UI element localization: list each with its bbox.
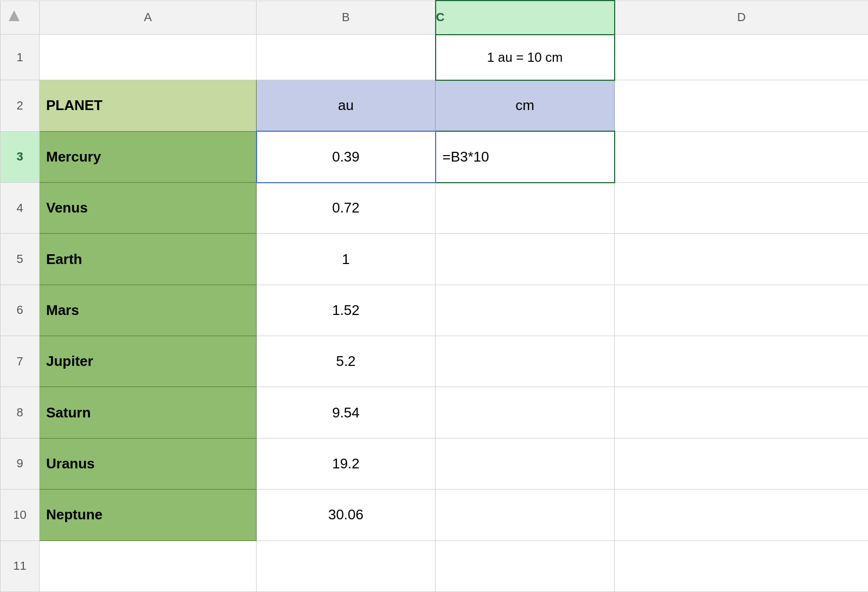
cell-b3[interactable]: 0.39 [257, 131, 436, 182]
cell-a6[interactable]: Mars [40, 285, 257, 336]
cell-a11[interactable] [40, 540, 257, 591]
cell-b1[interactable] [257, 35, 436, 80]
row-num-2: 2 [1, 80, 40, 131]
cell-c8[interactable] [436, 387, 615, 438]
cell-b4[interactable]: 0.72 [257, 183, 436, 234]
cell-b2[interactable]: au [257, 80, 436, 131]
cell-a8[interactable]: Saturn [40, 387, 257, 438]
cell-b10[interactable]: 30.06 [257, 490, 436, 540]
spreadsheet: A B C D 1 1 au = 10 cm 2 PLANET au cm 3 … [0, 0, 868, 592]
cell-d2[interactable] [615, 80, 869, 131]
row-num-5: 5 [1, 234, 40, 285]
cell-a1[interactable] [40, 35, 257, 80]
cell-d9[interactable] [615, 438, 869, 489]
cell-c5[interactable] [436, 234, 615, 285]
cell-c7[interactable] [436, 336, 615, 387]
cell-b9[interactable]: 19.2 [257, 438, 436, 489]
cell-c10[interactable] [436, 490, 615, 540]
row-num-7: 7 [1, 336, 40, 387]
cell-a5[interactable]: Earth [40, 234, 257, 285]
row-num-3: 3 [1, 131, 40, 182]
row-num-10: 10 [1, 490, 40, 540]
col-header-c[interactable]: C [436, 1, 615, 35]
cell-c1[interactable]: 1 au = 10 cm [436, 35, 615, 80]
col-header-a[interactable]: A [40, 1, 257, 35]
cell-c11[interactable] [436, 540, 615, 591]
cell-c4[interactable] [436, 183, 615, 234]
cell-d3[interactable] [615, 131, 869, 182]
cell-c2[interactable]: cm [436, 80, 615, 131]
cell-a3[interactable]: Mercury [40, 131, 257, 182]
svg-marker-0 [9, 10, 20, 21]
cell-a9[interactable]: Uranus [40, 438, 257, 489]
cell-b7[interactable]: 5.2 [257, 336, 436, 387]
cell-a7[interactable]: Jupiter [40, 336, 257, 387]
cell-c9[interactable] [436, 438, 615, 489]
cell-b6[interactable]: 1.52 [257, 285, 436, 336]
cell-b11[interactable] [257, 540, 436, 591]
cell-d5[interactable] [615, 234, 869, 285]
cell-a2[interactable]: PLANET [40, 80, 257, 131]
cell-d1[interactable] [615, 35, 869, 80]
cell-d6[interactable] [615, 285, 869, 336]
row-num-8: 8 [1, 387, 40, 438]
cell-c6[interactable] [436, 285, 615, 336]
cell-d4[interactable] [615, 183, 869, 234]
cell-a10[interactable]: Neptune [40, 490, 257, 540]
col-header-d[interactable]: D [615, 1, 869, 35]
cell-d7[interactable] [615, 336, 869, 387]
row-num-1: 1 [1, 35, 40, 80]
cell-d11[interactable] [615, 540, 869, 591]
row-num-11: 11 [1, 540, 40, 591]
row-num-9: 9 [1, 438, 40, 489]
cell-a4[interactable]: Venus [40, 183, 257, 234]
cell-b8[interactable]: 9.54 [257, 387, 436, 438]
cell-b5[interactable]: 1 [257, 234, 436, 285]
row-num-4: 4 [1, 183, 40, 234]
cell-c3[interactable]: =B3*10 [436, 131, 615, 182]
col-header-b[interactable]: B [257, 1, 436, 35]
cell-d8[interactable] [615, 387, 869, 438]
corner-cell [1, 1, 40, 35]
row-num-6: 6 [1, 285, 40, 336]
cell-d10[interactable] [615, 490, 869, 540]
